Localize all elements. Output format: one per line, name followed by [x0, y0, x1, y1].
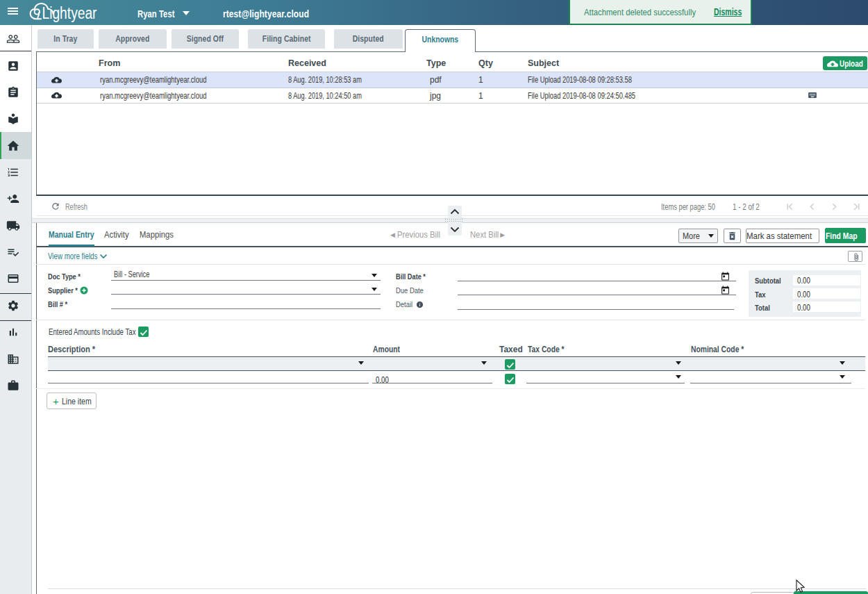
- svg-text:Lightyear: Lightyear: [42, 4, 97, 22]
